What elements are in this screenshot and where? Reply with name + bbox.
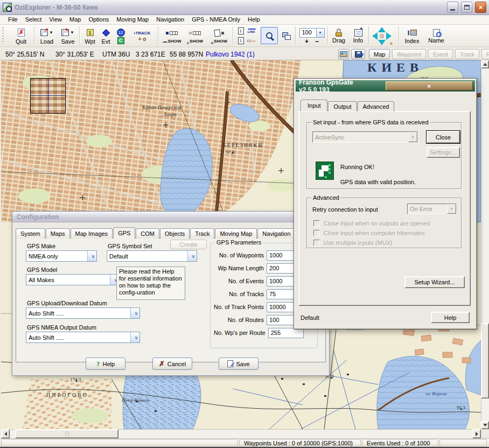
gpsgate-close-button[interactable]: × [386,81,473,90]
gps-make-select[interactable]: NMEA only∨ [26,250,97,262]
mode-button[interactable]: Event [428,49,453,59]
minimize-button[interactable] [447,2,458,13]
menu-item[interactable]: File [4,15,22,24]
index-button[interactable]: I Index [401,25,423,47]
magnifier-icon [266,32,273,39]
toolbar-drag-handle[interactable] [2,27,4,44]
gpsgate-title-bar[interactable]: Franson GpsGate v2.5.0.193 × [296,80,475,92]
pan-control[interactable]: × [372,27,392,45]
setup-wizard-button[interactable]: Setup Wizard... [404,276,465,288]
upload-datum-select[interactable]: Auto Shift .....∨ [26,307,140,319]
magnify-toggle-button[interactable] [261,27,278,44]
latitude-readout: 50° 25,515' N [5,51,44,58]
mode-button[interactable]: Waypoint [392,49,426,59]
magnifier-preview-window[interactable] [30,78,66,114]
retry-connection-label: Retry connection to input [312,206,378,213]
zoom-dropdown-arrow[interactable]: ▼ [317,28,325,38]
mode-button[interactable]: Map [369,49,390,59]
show-waypoints-button[interactable]: SHOW [184,25,206,47]
zoom-out-button[interactable]: − [315,38,319,45]
config-tab[interactable]: System [16,228,45,239]
gpsgate-help-button[interactable]: Help [431,312,470,323]
mode-button[interactable]: Track [455,49,479,59]
menu-item[interactable]: Options [85,15,113,24]
waypoint-button[interactable]: 1 Wpt [82,25,98,47]
dropdown-arrow-icon[interactable]: ∨ [130,332,139,342]
track-control-button[interactable]: ▪TRACK + o [128,25,156,47]
vertical-scroll-thumb[interactable] [481,323,489,398]
config-tab[interactable]: Objects [160,228,190,239]
save-button[interactable]: ↖▼ Save [58,25,78,47]
pan-left-icon[interactable] [372,32,378,40]
config-tab[interactable]: Moving Map [215,228,257,239]
config-tab[interactable]: Navigation [257,228,295,239]
track-line-icon[interactable]: LINE [247,29,256,33]
menu-item[interactable]: GPS - NMEA Only [188,15,244,24]
config-save-button[interactable]: Save [219,358,259,370]
create-symbol-set-button[interactable]: Create [170,240,207,249]
dropdown-arrow-icon[interactable]: ∨ [130,308,139,318]
scroll-down-button[interactable] [481,421,489,429]
vertical-scrollbar[interactable] [481,60,489,429]
set-input-group-title: Set input - from where GPS data is recei… [311,119,430,125]
show-routes-button[interactable]: SHOW [207,25,232,47]
pan-right-icon[interactable] [386,32,392,40]
config-help-button[interactable]: ?Help [86,358,125,370]
gps-tab-page: GPS Make NMEA only∨ GPS Symbol Set Creat… [16,238,326,362]
menu-item[interactable]: Help [244,15,264,24]
close-button[interactable]: × [475,2,486,13]
zoom-value-input[interactable]: 100 [299,28,317,38]
gpsgate-tab[interactable]: Advanced [358,101,395,111]
waypoint-properties-icon[interactable]: 1 [238,27,244,34]
horizontal-scrollbar[interactable] [1,429,481,438]
gpsgate-tab[interactable]: Output [328,101,357,111]
pan-center-icon[interactable] [380,34,384,38]
event-button[interactable]: Evt [99,25,113,47]
maximize-button[interactable] [461,2,472,13]
menu-item[interactable]: View [45,15,66,24]
waypoint-spacing-icon[interactable]: 1 [238,37,244,44]
gps-model-select[interactable]: All Makes∨ [26,274,120,285]
quit-button[interactable]: ✗ Quit [10,25,32,47]
scroll-left-button[interactable] [1,429,10,438]
scroll-right-button[interactable] [472,429,481,438]
dropdown-arrow-icon[interactable]: ∨ [187,251,197,261]
parameter-label: No. of Tracks [214,291,267,297]
map-point-buttons[interactable]: 12 C [114,25,128,47]
drag-mode-button[interactable]: Drag [330,25,347,47]
screenshot-button[interactable] [338,49,349,59]
menu-item[interactable]: Select [22,15,46,24]
menu-item[interactable]: Map [66,15,85,24]
config-cancel-button[interactable]: ✗Cancel [152,358,192,370]
point-12-icon[interactable]: 12 [117,29,125,37]
gps-symbol-set-select[interactable]: Default∨ [107,250,197,262]
config-tab[interactable]: GPS [113,227,135,239]
save-position-button[interactable]: ▼ [351,49,365,59]
zoom-in-button[interactable]: + [305,38,309,45]
scroll-up-button[interactable] [481,60,489,68]
horizontal-scroll-thumb[interactable] [15,429,118,438]
load-button[interactable]: ↗▼ Load [37,25,57,47]
info-button[interactable]: ↰ Info [350,25,366,47]
gpsgate-input-close-button[interactable]: Close [427,131,460,143]
config-tab[interactable]: Maps [46,228,70,239]
pan-down-icon[interactable] [378,40,386,45]
name-search-button[interactable]: Name [425,25,447,47]
configuration-title-bar[interactable]: Configuration [12,212,329,222]
menu-item[interactable]: Navigation [152,15,188,24]
config-tab[interactable]: Map Images [71,228,113,239]
gps-parameter-row: No. of Tracks 75 [214,288,302,300]
show-track-button[interactable]: SHOW [160,25,183,47]
menu-item[interactable]: Moving Map [113,15,152,24]
gpsgate-tab[interactable]: Input [301,100,327,111]
dropdown-arrow-icon[interactable]: ∨ [87,251,96,261]
datum-link[interactable]: Pulkovo 1942 (1) [206,51,255,58]
nmea-datum-select[interactable]: Auto Shift .....∨ [26,332,140,343]
pan-up-icon[interactable] [378,27,386,32]
config-tab[interactable]: Track [190,228,214,239]
config-tab[interactable]: COM [136,228,159,239]
route-spacing-icon[interactable]: ▭↔ [247,38,256,43]
point-c-icon[interactable]: C [117,37,124,44]
map-windows-button[interactable] [280,25,293,47]
mode-button[interactable]: Route [481,49,489,59]
